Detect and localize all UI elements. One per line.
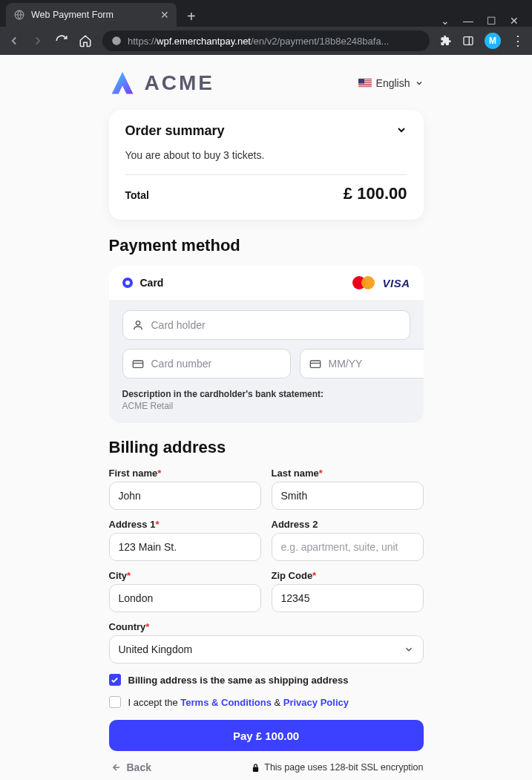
new-tab-button[interactable]: + xyxy=(183,6,200,27)
card-icon xyxy=(309,358,321,369)
payment-card-label: Card xyxy=(140,277,164,289)
expiry-input[interactable] xyxy=(329,358,424,370)
card-icon xyxy=(132,358,144,369)
globe-icon xyxy=(13,9,25,21)
first-name-input[interactable] xyxy=(109,482,261,510)
nav-back-icon[interactable] xyxy=(7,34,21,47)
tab-title: Web Payment Form xyxy=(31,10,114,20)
address1-input[interactable] xyxy=(109,533,261,561)
city-label: City* xyxy=(109,570,261,581)
lock-icon xyxy=(252,763,260,773)
brand-logo: ACME xyxy=(109,70,214,96)
svg-point-1 xyxy=(112,36,121,45)
payment-card-option[interactable]: Card VISA xyxy=(109,266,424,300)
same-as-shipping-checkbox[interactable] xyxy=(109,674,121,686)
first-name-label: First name* xyxy=(109,468,261,479)
payment-method-title: Payment method xyxy=(109,236,424,255)
last-name-input[interactable] xyxy=(272,482,424,510)
last-name-label: Last name* xyxy=(272,468,424,479)
close-tab-icon[interactable]: ✕ xyxy=(160,9,169,21)
cardnumber-field[interactable] xyxy=(122,349,291,378)
address1-label: Address 1* xyxy=(109,519,261,530)
cardholder-input[interactable] xyxy=(151,319,401,331)
chevron-down-icon[interactable]: ⌄ xyxy=(441,15,450,27)
chevron-down-icon xyxy=(404,644,414,655)
city-input[interactable] xyxy=(109,584,261,612)
site-info-icon[interactable] xyxy=(111,36,122,46)
order-summary-title: Order summary xyxy=(125,123,225,139)
svg-rect-10 xyxy=(358,79,364,84)
svg-rect-14 xyxy=(310,361,320,367)
maximize-icon[interactable]: ☐ xyxy=(487,15,496,27)
cardnumber-input[interactable] xyxy=(151,358,281,370)
acme-logo-icon xyxy=(109,70,136,96)
arrow-left-icon xyxy=(109,761,121,773)
pay-button[interactable]: Pay £ 100.00 xyxy=(109,720,424,751)
language-selector[interactable]: English xyxy=(358,77,424,89)
billing-address-title: Billing address xyxy=(109,438,424,457)
flag-us-icon xyxy=(358,79,372,88)
person-icon xyxy=(132,319,144,331)
browser-toolbar: https://wpf.emerchantpay.net/en/v2/payme… xyxy=(0,27,532,55)
home-icon[interactable] xyxy=(79,34,92,47)
svg-rect-8 xyxy=(358,85,372,85)
descriptor-value: ACME Retail xyxy=(122,401,410,411)
cardholder-field[interactable] xyxy=(122,310,410,340)
url-bar[interactable]: https://wpf.emerchantpay.net/en/v2/payme… xyxy=(102,30,430,51)
nav-forward-icon[interactable] xyxy=(31,34,45,47)
country-label: Country* xyxy=(109,621,424,632)
descriptor-label: Description in the cardholder's bank sta… xyxy=(122,389,410,399)
chevron-down-icon xyxy=(415,79,424,88)
collapse-icon[interactable] xyxy=(395,124,407,139)
total-amount: £ 100.00 xyxy=(344,184,407,203)
check-icon xyxy=(111,676,119,684)
window-controls: ⌄ — ☐ ✕ xyxy=(441,10,529,27)
visa-icon: VISA xyxy=(382,277,410,289)
close-window-icon[interactable]: ✕ xyxy=(510,15,519,27)
ssl-note: This page uses 128-bit SSL encryption xyxy=(252,762,423,773)
accept-terms-text: I accept the Terms & Conditions & Privac… xyxy=(128,697,349,708)
language-label: English xyxy=(376,77,410,89)
svg-point-11 xyxy=(136,321,139,325)
terms-link[interactable]: Terms & Conditions xyxy=(180,697,272,708)
accept-terms-checkbox[interactable] xyxy=(109,696,121,708)
back-label: Back xyxy=(127,761,151,773)
payment-method-card: Card VISA xyxy=(109,266,424,423)
order-description: You are about to buy 3 tickets. xyxy=(125,149,407,161)
browser-tab[interactable]: Web Payment Form ✕ xyxy=(6,3,177,27)
side-panel-icon[interactable] xyxy=(462,35,474,47)
radio-selected-icon xyxy=(122,278,133,288)
svg-rect-9 xyxy=(358,87,372,88)
svg-rect-2 xyxy=(464,37,473,45)
tab-strip: Web Payment Form ✕ + ⌄ — ☐ ✕ xyxy=(0,0,532,27)
more-icon[interactable]: ⋮ xyxy=(511,33,525,49)
brand-name: ACME xyxy=(145,71,214,95)
extensions-icon[interactable] xyxy=(440,35,452,47)
minimize-icon[interactable]: — xyxy=(463,15,473,27)
address2-input[interactable] xyxy=(272,533,424,561)
privacy-link[interactable]: Privacy Policy xyxy=(283,697,349,708)
account-avatar[interactable]: M xyxy=(485,33,501,49)
url-text: https://wpf.emerchantpay.net/en/v2/payme… xyxy=(128,36,389,47)
svg-rect-12 xyxy=(133,361,142,367)
back-button[interactable]: Back xyxy=(109,761,151,773)
zip-label: Zip Code* xyxy=(272,570,424,581)
page-body: ACME English Order summary You are about… xyxy=(0,55,532,780)
zip-input[interactable] xyxy=(272,584,424,612)
country-value: United Kingdom xyxy=(119,643,193,655)
expiry-field[interactable] xyxy=(300,349,424,378)
svg-rect-18 xyxy=(253,767,258,771)
order-summary-card: Order summary You are about to buy 3 tic… xyxy=(109,110,424,220)
browser-chrome: Web Payment Form ✕ + ⌄ — ☐ ✕ https://wpf… xyxy=(0,0,532,55)
address2-label: Address 2 xyxy=(272,519,424,530)
mastercard-icon xyxy=(352,276,375,289)
divider xyxy=(125,174,407,175)
country-select[interactable]: United Kingdom xyxy=(109,635,424,663)
total-label: Total xyxy=(125,189,149,201)
reload-icon[interactable] xyxy=(55,34,68,47)
same-as-shipping-label: Billing address is the same as shipping … xyxy=(128,675,349,686)
